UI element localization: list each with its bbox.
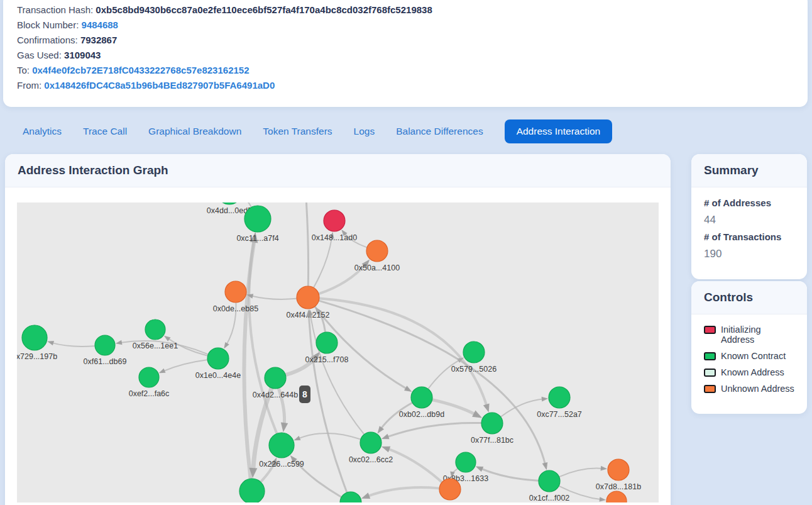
graph-node-label: 0x1e0...4e4e <box>195 371 241 380</box>
confirmations-row: Confirmations: 7932867 <box>17 33 794 48</box>
graph-node[interactable] <box>456 452 476 472</box>
graph-node-label: 0xf61...db69 <box>84 357 127 366</box>
graph-edge-arrow <box>116 340 123 345</box>
address-interaction-graph[interactable]: 0x4dd...0ed50xc11...a7f40x148...1ad00x50… <box>17 203 659 502</box>
graph-node[interactable] <box>366 240 388 262</box>
confirmations-value: 7932867 <box>80 35 117 45</box>
tab-logs[interactable]: Logs <box>354 119 375 143</box>
from-address-label: From: <box>17 80 41 91</box>
graph-node[interactable] <box>265 367 286 389</box>
graph-node[interactable] <box>324 210 345 231</box>
graph-edge-arrow <box>601 466 607 471</box>
graph-node-label: 0x215...f708 <box>305 355 349 364</box>
transaction-hash-label: Transaction Hash: <box>17 4 93 15</box>
graph-node[interactable] <box>316 332 337 353</box>
from-address-link[interactable]: 0x148426fDC4C8a51b96b4BEd827907b5FA6491a… <box>44 80 275 91</box>
graph-edge-arrow <box>600 497 606 502</box>
known-contract-label: Known Contract <box>721 351 786 361</box>
graph-node[interactable] <box>225 281 246 302</box>
graph-node[interactable] <box>340 492 361 502</box>
legend-item-known-address: Known Address <box>704 367 794 377</box>
graph-edge <box>387 423 481 437</box>
from-address-row: From: 0x148426fDC4C8a51b96b4BEd827907b5F… <box>17 78 794 93</box>
graph-canvas[interactable]: 0x4dd...0ed50xc11...a7f40x148...1ad00x50… <box>17 203 659 502</box>
tab-balance-differences[interactable]: Balance Differences <box>396 119 483 143</box>
graph-node[interactable] <box>549 387 570 408</box>
tab-address-interaction[interactable]: Address Interaction <box>505 119 613 143</box>
transactions-count-label: # of Transactions <box>704 231 794 242</box>
graph-node[interactable] <box>463 341 485 363</box>
tab-trace-call[interactable]: Trace Call <box>83 119 127 143</box>
graph-node-label: 0x50a...4100 <box>354 264 400 272</box>
address-interaction-graph-panel: Address Interaction Graph 0x4dd...0ed50x… <box>5 154 671 505</box>
unknown-address-swatch <box>704 385 716 393</box>
graph-node[interactable] <box>297 286 319 309</box>
graph-node-label: 0x226...c599 <box>259 460 304 469</box>
controls-title: Controls <box>704 291 794 304</box>
graph-node[interactable] <box>145 319 165 340</box>
graph-node[interactable] <box>360 432 381 453</box>
tab-analytics[interactable]: Analytics <box>23 119 62 143</box>
known-contract-swatch <box>704 352 716 360</box>
transaction-hash-row: Transaction Hash: 0xb5c8bd9430b6cc87a0e2… <box>17 3 794 18</box>
graph-node[interactable] <box>481 413 503 434</box>
graph-edge <box>52 343 94 347</box>
block-number-label: Block Number: <box>17 19 79 30</box>
graph-node[interactable] <box>244 206 271 232</box>
graph-edge <box>367 487 439 496</box>
graph-node[interactable] <box>207 348 229 369</box>
graph-edge-arrow <box>381 434 390 439</box>
graph-edge <box>163 360 207 371</box>
block-number-link[interactable]: 9484688 <box>82 19 118 30</box>
graph-node-label: 0x4f4...2152 <box>287 311 330 319</box>
graph-node-label: 0x1cf...f002 <box>529 494 570 502</box>
initializing-address-swatch <box>704 326 716 334</box>
graph-node[interactable] <box>269 433 294 458</box>
graph-node[interactable] <box>439 479 461 500</box>
unknown-address-label: Unknown Address <box>721 384 794 394</box>
graph-node[interactable] <box>95 335 115 355</box>
transaction-hash-value: 0xb5c8bd9430b6cc87a0e2fe110ece6bf527fa4f… <box>96 4 432 15</box>
graph-node[interactable] <box>606 491 627 502</box>
graph-edge <box>429 360 460 389</box>
graph-node-label: 0xb02...db9d <box>399 410 444 419</box>
controls-panel-header: Controls <box>691 281 807 314</box>
confirmations-label: Confirmations: <box>17 35 78 45</box>
gas-used-label: Gas Used: <box>17 50 62 60</box>
graph-edge-arrow <box>224 342 229 349</box>
tab-graphical-breakdown[interactable]: Graphical Breakdown <box>148 119 241 143</box>
graph-node[interactable] <box>139 367 159 387</box>
graph-edge-arrow <box>476 467 484 472</box>
edge-count-badge-text: 8 <box>302 389 307 399</box>
graph-edge-arrow <box>294 436 301 440</box>
graph-node-label: 0x7d8...181b <box>596 482 641 491</box>
graph-edge <box>249 238 277 433</box>
graph-edge-arrow <box>361 492 370 499</box>
graph-edge-arrow <box>281 423 288 433</box>
graph-edge-arrow <box>483 403 490 412</box>
tab-bar: Analytics Trace Call Graphical Breakdown… <box>23 119 612 143</box>
graph-edge-arrow <box>381 447 390 453</box>
graph-edge-arrow <box>472 411 482 418</box>
graph-node[interactable] <box>411 387 432 408</box>
graph-edge-arrow <box>47 341 54 345</box>
graph-node[interactable] <box>539 470 560 492</box>
graph-node[interactable] <box>22 325 47 350</box>
graph-edge <box>304 203 309 286</box>
graph-node-label: 0x56e...1ee1 <box>133 341 178 350</box>
graph-node-label: 0x148...1ad0 <box>312 233 357 242</box>
known-address-label: Known Address <box>721 367 784 377</box>
to-address-row: To: 0x4f4e0f2cb72E718fC0433222768c57e823… <box>17 63 794 78</box>
graph-node-label: 0xc77...52a7 <box>537 410 582 419</box>
graph-edge <box>320 299 487 407</box>
graph-node[interactable] <box>608 459 629 480</box>
tab-token-transfers[interactable]: Token Transfers <box>263 119 332 143</box>
controls-body: Initializing Address Known Contract Know… <box>691 314 807 414</box>
graph-node[interactable] <box>217 203 242 204</box>
controls-panel: Controls Initializing Address Known Cont… <box>691 281 807 414</box>
graph-node-label: 0x579...5026 <box>451 365 497 374</box>
graph-node[interactable] <box>239 479 265 502</box>
to-address-link[interactable]: 0x4f4e0f2cb72E718fC0433222768c57e8231621… <box>32 65 249 75</box>
graph-panel-title: Address Interaction Graph <box>18 164 658 177</box>
to-address-label: To: <box>17 65 30 75</box>
